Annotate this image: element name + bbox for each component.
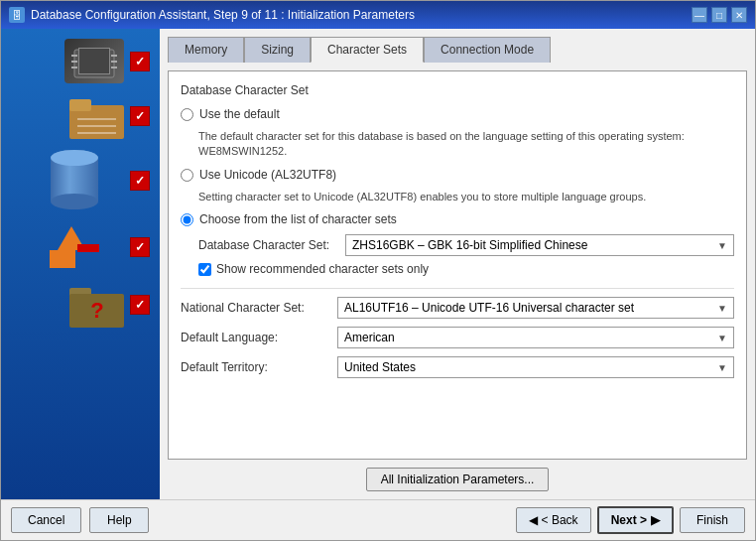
national-charset-label: National Character Set: (181, 301, 329, 315)
svg-rect-19 (77, 244, 99, 252)
finish-button[interactable]: Finish (680, 507, 745, 533)
minimize-button[interactable]: — (692, 7, 707, 23)
default-territory-value: United States (344, 360, 416, 374)
check-badge-1: ✓ (130, 52, 150, 71)
radio-label-default: Use the default (199, 107, 280, 121)
default-territory-dropdown[interactable]: United States ▼ (337, 356, 734, 378)
default-language-arrow-icon: ▼ (717, 333, 727, 343)
national-charset-dropdown[interactable]: AL16UTF16 – Unicode UTF-16 Universal cha… (337, 297, 734, 319)
radio-use-unicode[interactable]: Use Unicode (AL32UTF8) (181, 168, 734, 182)
svg-rect-0 (74, 50, 114, 77)
svg-rect-18 (50, 250, 75, 268)
question-folder-icon: ? (69, 282, 124, 327)
left-panel: ✓ ✓ (1, 29, 160, 499)
tabs-row: Memory Sizing Character Sets Connection … (168, 37, 747, 63)
cylinder-icon-row: ✓ (11, 148, 150, 212)
radio-input-default[interactable] (181, 108, 193, 121)
back-arrow-icon: ◀ (529, 513, 538, 527)
all-init-params-button[interactable]: All Initialization Parameters... (366, 468, 550, 491)
default-territory-label: Default Territory: (181, 360, 329, 374)
footer: Cancel Help ◀ < Back Next > ▶ Finish (1, 499, 755, 540)
content-area: ✓ ✓ (1, 29, 755, 499)
folder-icon (69, 93, 124, 138)
main-content: Database Character Set Use the default T… (168, 70, 747, 460)
default-territory-arrow-icon: ▼ (717, 362, 727, 373)
tab-memory[interactable]: Memory (168, 37, 244, 63)
svg-text:?: ? (90, 298, 103, 323)
next-arrow-icon: ▶ (651, 513, 660, 527)
tab-sizing[interactable]: Sizing (244, 37, 311, 63)
tab-character-sets[interactable]: Character Sets (311, 37, 424, 63)
default-language-row: Default Language: American ▼ (181, 327, 734, 348)
svg-rect-1 (79, 54, 109, 73)
main-window: 🗄 Database Configuration Assistant, Step… (0, 0, 756, 541)
footer-left: Cancel Help (11, 507, 149, 533)
radio-input-unicode[interactable] (181, 169, 193, 182)
check-badge-5: ✓ (130, 295, 150, 315)
title-bar-left: 🗄 Database Configuration Assistant, Step… (9, 7, 415, 23)
section-title: Database Character Set (181, 83, 734, 97)
default-language-label: Default Language: (181, 331, 329, 344)
show-recommended-checkbox[interactable] (198, 263, 211, 276)
cancel-button[interactable]: Cancel (11, 507, 81, 533)
default-territory-row: Default Territory: United States ▼ (181, 356, 734, 378)
national-charset-arrow-icon: ▼ (717, 303, 727, 314)
svg-rect-9 (69, 99, 91, 111)
radio-desc-default: The default character set for this datab… (198, 129, 734, 160)
folder-icon-row: ✓ (11, 93, 150, 138)
default-language-value: American (344, 331, 395, 344)
radio-input-choose-list[interactable] (181, 213, 193, 226)
check-badge-3: ✓ (130, 171, 150, 191)
show-recommended-label: Show recommended character sets only (216, 262, 429, 276)
question-folder-row: ? ✓ (11, 282, 150, 327)
footer-right: ◀ < Back Next > ▶ Finish (516, 506, 745, 534)
shapes-icon-row: ✓ (11, 222, 150, 272)
charset-select-dropdown[interactable]: ZHS16GBK – GBK 16-bit Simplified Chinese… (345, 234, 734, 256)
window-title: Database Configuration Assistant, Step 9… (31, 8, 415, 22)
next-button[interactable]: Next > ▶ (597, 506, 674, 534)
divider (181, 288, 734, 289)
charset-select-label: Database Character Set: (198, 238, 337, 252)
check-badge-2: ✓ (130, 106, 150, 126)
chip-icon (64, 39, 124, 83)
title-bar: 🗄 Database Configuration Assistant, Step… (1, 1, 755, 29)
radio-use-default[interactable]: Use the default (181, 107, 734, 121)
default-language-dropdown[interactable]: American ▼ (337, 327, 734, 348)
back-button[interactable]: ◀ < Back (516, 507, 591, 533)
radio-choose-list[interactable]: Choose from the list of character sets (181, 212, 734, 226)
charset-select-value: ZHS16GBK – GBK 16-bit Simplified Chinese (352, 238, 587, 252)
svg-point-15 (51, 194, 98, 209)
radio-label-unicode: Use Unicode (AL32UTF8) (199, 168, 336, 182)
radio-desc-unicode: Setting character set to Unicode (AL32UT… (198, 190, 734, 204)
tab-connection-mode[interactable]: Connection Mode (424, 37, 551, 63)
back-label: < Back (542, 513, 578, 527)
app-icon: 🗄 (9, 7, 25, 23)
national-charset-value: AL16UTF16 – Unicode UTF-16 Universal cha… (344, 301, 634, 315)
show-recommended-row: Show recommended character sets only (198, 262, 734, 276)
maximize-button[interactable]: □ (711, 7, 727, 23)
init-params-row: All Initialization Parameters... (168, 468, 747, 491)
charset-select-row: Database Character Set: ZHS16GBK – GBK 1… (198, 234, 734, 256)
check-badge-4: ✓ (130, 237, 150, 257)
radio-label-choose-list: Choose from the list of character sets (199, 212, 397, 226)
right-panel: Memory Sizing Character Sets Connection … (160, 29, 755, 499)
chip-icon-row: ✓ (11, 39, 150, 83)
close-button[interactable]: ✕ (731, 7, 747, 23)
svg-point-16 (51, 150, 98, 166)
national-charset-row: National Character Set: AL16UTF16 – Unic… (181, 297, 734, 319)
charset-select-arrow-icon: ▼ (717, 240, 727, 251)
next-label: Next > (611, 513, 647, 527)
title-controls: — □ ✕ (692, 7, 747, 23)
help-button[interactable]: Help (89, 507, 149, 533)
